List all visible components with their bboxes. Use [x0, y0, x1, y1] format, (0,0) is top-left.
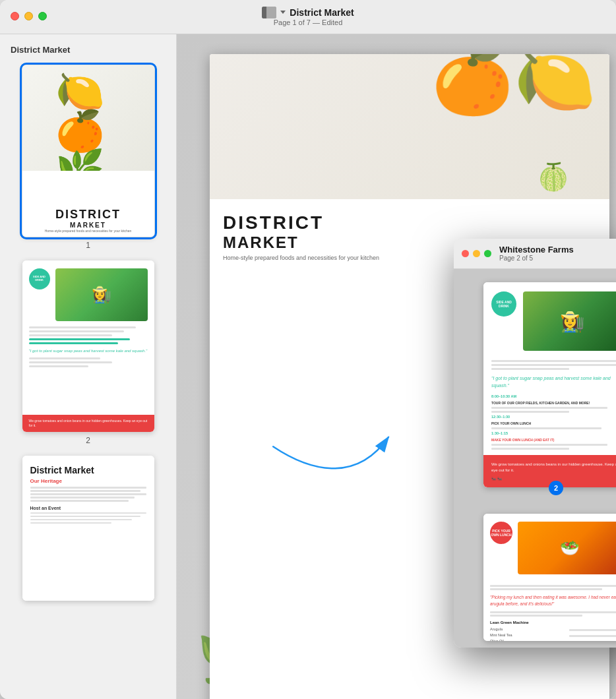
p3-line-7: [30, 516, 140, 518]
brand-strip: DISTRICT MARKET Home-style prepared food…: [22, 204, 154, 237]
wf-line-6: [491, 427, 601, 429]
wf-quote: "I got to plant sugar snap peas and harv…: [491, 375, 616, 389]
p3-line-9: [30, 522, 111, 524]
p3-line-4: [30, 497, 135, 499]
secondary-content: SIDE ANDDRINK 👩‍🌾: [454, 269, 616, 648]
wf-image: 👩‍🌾: [523, 291, 616, 351]
wf-time-label-1: 8:00–10:30 AM: [491, 394, 516, 398]
page-2-thumbnail[interactable]: SIDE ANDDRINK 👩‍🌾 "I got to plant sugar …: [8, 260, 168, 445]
p2-line-4: [490, 615, 582, 617]
pick-lunch-circle-text: PICK YOUROWN LUNCH: [491, 529, 511, 537]
wf-line-5: [491, 411, 569, 413]
maximize-button[interactable]: [38, 12, 47, 20]
page-1-thumbnail[interactable]: 🍋🍊🌿 DISTRICT MARKET Home-style prepared …: [8, 65, 168, 250]
text-line-5: [29, 361, 112, 363]
text-line-1: [29, 326, 136, 328]
wf-time-2: 12:30–1:30: [491, 415, 616, 419]
wf-recipe-table: Lean Green Machine Arugula Mint Neal Tea: [483, 621, 616, 642]
sec-close-button[interactable]: [462, 250, 469, 257]
veg-item-1: Arugula: [490, 627, 616, 631]
page-3-content: District Market Our Heritage Host an Eve…: [22, 456, 154, 601]
page-1-number: 1: [86, 241, 90, 250]
page-2-content: SIDE ANDDRINK 👩‍🌾 "I got to plant sugar …: [22, 260, 154, 432]
wf-line-2: [491, 364, 616, 366]
brand-tagline: Home-style prepared foods and necessitie…: [38, 229, 139, 233]
page-3-subtitle: Our Heritage: [30, 478, 146, 484]
wf-time-1: 8:00–10:30 AM: [491, 394, 616, 398]
secondary-titlebar: Whitestone Farms Page 2 of 5: [454, 239, 616, 269]
page-1-top: 🍋🍊🌿: [22, 65, 154, 171]
page-number-badge: 2: [549, 481, 563, 495]
document-title: District Market: [290, 7, 354, 18]
p3-line-3: [30, 493, 146, 495]
veg-bar-3: [569, 641, 616, 642]
page-2-frame[interactable]: SIDE ANDDRINK 👩‍🌾 "I got to plant sugar …: [22, 260, 154, 432]
close-button[interactable]: [11, 12, 19, 20]
side-drink-circle: SIDE ANDDRINK: [29, 268, 50, 289]
wf-img-emoji: 👩‍🌾: [560, 310, 584, 333]
main-titlebar: District Market Page 1 of 7 — Edited: [0, 0, 616, 34]
wf-make-title: MAKE YOUR OWN LUNCH (AND EAT IT): [491, 438, 616, 442]
page-2-image: 👩‍🌾: [55, 268, 148, 321]
wf-line-7: [491, 444, 607, 446]
veg-label-2: Mint Neal Tea: [490, 633, 567, 637]
sec-minimize-button[interactable]: [473, 250, 480, 257]
chevron-down-icon[interactable]: [280, 11, 286, 14]
wf-tour-title: TOUR OF OUR CROP FIELDS, KITCHEN GARDEN,…: [491, 401, 616, 405]
page-2-quote: "I got to plant sugar snap peas and harv…: [29, 348, 148, 353]
main-canvas: 🌿 🍊🍋 🍈 DISTRICT MARKET Home-style prepar…: [177, 34, 616, 699]
p2-line-2: [490, 588, 602, 590]
page-2-body: "I got to plant sugar snap peas and harv…: [22, 326, 154, 415]
brand-top: DISTRICT: [55, 208, 121, 222]
green-text-line: [29, 338, 130, 340]
sidebar-title: District Market: [8, 45, 168, 55]
wf-line-8: [491, 448, 569, 450]
secondary-window: Whitestone Farms Page 2 of 5 SIDE ANDDRI…: [454, 239, 616, 648]
veg-label-3: Olive Oil: [490, 639, 567, 642]
editing-page-citrus: 🍈: [537, 162, 570, 193]
wf-page2-body: "Picking my lunch and then eating it was…: [483, 582, 616, 621]
red-section-text: We grow tomatoes and onion beans in our …: [29, 419, 148, 428]
p3-line-2: [30, 490, 140, 492]
veg-label-1: Arugula: [490, 627, 567, 631]
page-2-number: 2: [86, 436, 90, 445]
editing-page-fruits: 🍊🍋: [431, 54, 596, 119]
wf-page2-top: PICK YOUROWN LUNCH 🥗: [483, 514, 616, 582]
p3-line-5: [30, 500, 129, 502]
p2-line-1: [490, 585, 616, 587]
p2-quote: "Picking my lunch and then eating it was…: [490, 594, 616, 607]
minimize-button[interactable]: [24, 12, 33, 20]
pick-lunch-circle: PICK YOUROWN LUNCH: [490, 522, 512, 544]
editing-page-top: 🍊🍋 🍈: [210, 54, 609, 199]
wf-ant-icon: 🐜 🐜: [491, 476, 616, 481]
sec-maximize-button[interactable]: [484, 250, 491, 257]
p3-line-1: [30, 487, 146, 489]
page-3-thumbnail[interactable]: District Market Our Heritage Host an Eve…: [8, 456, 168, 601]
title-top-row: District Market: [262, 7, 354, 18]
green-text-line-2: [29, 342, 118, 344]
secondary-doc-subtitle: Page 2 of 5: [499, 255, 574, 262]
wf-line-4: [491, 407, 607, 409]
wf-page-content: SIDE ANDDRINK 👩‍🌾: [483, 282, 616, 487]
secondary-traffic-lights: [462, 250, 491, 257]
wf-red-section: We grow tomatoes and onions beans in our…: [483, 455, 616, 487]
p3-line-8: [30, 519, 133, 521]
circle-text: SIDE ANDDRINK: [33, 276, 46, 282]
veg-bar-1: [569, 629, 616, 631]
page-3-frame[interactable]: District Market Our Heritage Host an Eve…: [22, 456, 154, 601]
wf-page2-thumb[interactable]: PICK YOUROWN LUNCH 🥗 "Picking my lunch a…: [483, 514, 616, 641]
wf-page-thumb[interactable]: SIDE ANDDRINK 👩‍🌾: [483, 282, 616, 487]
page-2-top: SIDE ANDDRINK 👩‍🌾: [22, 260, 154, 326]
brand-bottom: MARKET: [70, 222, 106, 229]
traffic-lights: [11, 12, 47, 20]
main-window: District Market Page 1 of 7 — Edited Dis…: [0, 0, 616, 699]
p2-line-3: [490, 611, 616, 613]
wf-body: "I got to plant sugar snap peas and harv…: [483, 357, 616, 450]
wf-line-3: [491, 368, 569, 370]
panel-layout-icon[interactable]: [262, 7, 276, 18]
wf-page-container: SIDE ANDDRINK 👩‍🌾: [483, 282, 616, 487]
p3-section-head: Host an Event: [30, 506, 146, 510]
text-line-4: [29, 357, 100, 359]
page-1-frame[interactable]: 🍋🍊🌿 DISTRICT MARKET Home-style prepared …: [22, 65, 154, 237]
canvas-background: 🌿 🍊🍋 🍈 DISTRICT MARKET Home-style prepar…: [177, 34, 616, 699]
